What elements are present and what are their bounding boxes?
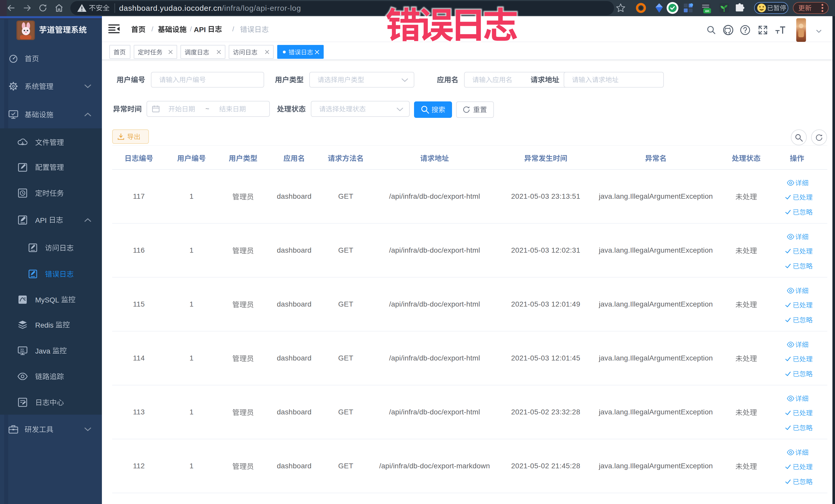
svg-text:on: on: [705, 9, 709, 13]
